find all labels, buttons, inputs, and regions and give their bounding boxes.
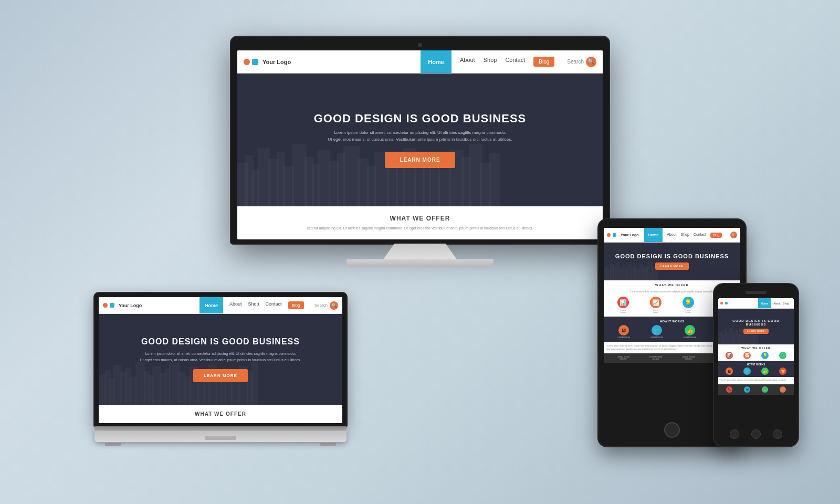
nav-blog-button[interactable]: Blog bbox=[533, 57, 554, 67]
laptop-nav-contact[interactable]: Contact bbox=[266, 301, 282, 309]
tablet-home-button[interactable] bbox=[664, 422, 680, 438]
nav-home-link[interactable]: Home bbox=[421, 50, 452, 73]
svg-rect-62 bbox=[620, 268, 623, 280]
tablet-logo: Your Logo bbox=[607, 233, 644, 237]
desktop-logo: Your Logo bbox=[244, 59, 421, 65]
phone-feat-icon-4: 🔧 bbox=[779, 352, 786, 359]
laptop-foot-right bbox=[320, 443, 336, 446]
phone-hero-btn[interactable]: LEARN MORE bbox=[743, 329, 769, 334]
tablet-feature-label-2: LoremIpsum bbox=[650, 309, 662, 313]
phone-feat-icon-1: 📊 bbox=[726, 352, 733, 359]
laptop-logo-square bbox=[110, 303, 114, 308]
svg-rect-73 bbox=[652, 267, 655, 280]
laptop-hero-btn[interactable]: LEARN MORE bbox=[193, 369, 248, 382]
nav-links: About Shop Contact Blog bbox=[452, 57, 563, 67]
tablet-nav-contact[interactable]: Contact bbox=[694, 233, 706, 238]
tablet-feature-3: 💡 LoremIpsum bbox=[682, 297, 694, 313]
tablet-feature-icon-3: 💡 bbox=[682, 297, 694, 308]
desktop-website: Your Logo Home About Shop Contact Blog S… bbox=[237, 50, 603, 239]
tablet-how-label-2: LOREM IPSUM bbox=[650, 337, 663, 339]
tablet-hero-title: GOOD DESIGN IS GOOD BUSINESS bbox=[615, 253, 729, 260]
svg-rect-13 bbox=[343, 146, 360, 206]
phone-outer: Home About Shop bbox=[714, 284, 798, 446]
phone-how-title: HOW IT WORKS bbox=[720, 363, 792, 366]
tablet-footer-1: LOREM IPSUM555-000 bbox=[617, 356, 630, 360]
laptop-nav-blog[interactable]: Blog bbox=[288, 301, 304, 309]
tablet-logo-text: Your Logo bbox=[621, 233, 638, 237]
phone-how-items: 🖥 🛒 👍 ⭐ bbox=[720, 368, 792, 375]
desktop-base bbox=[346, 259, 494, 267]
nav-contact-link[interactable]: Contact bbox=[505, 57, 525, 67]
svg-rect-3 bbox=[257, 148, 270, 206]
svg-rect-81 bbox=[732, 333, 735, 345]
svg-rect-75 bbox=[718, 333, 721, 345]
tablet-feature-1: 📊 LoremIpsum bbox=[617, 297, 629, 313]
phone-website: Home About Shop bbox=[718, 298, 794, 395]
phone-how-icon-2: 🛒 bbox=[743, 368, 751, 375]
hero-subtitle: Lorem ipsum dolor sit amet, consectetur … bbox=[328, 130, 512, 143]
phone-hero: GOOD DESIGN IS GOOD BUSINESS LEARN MORE bbox=[718, 309, 794, 344]
desktop-stand bbox=[383, 244, 457, 259]
phone-back-button[interactable] bbox=[730, 429, 739, 439]
phone-footer-icon-1: 📞 bbox=[726, 386, 732, 393]
desktop-what-section: WHAT WE OFFER ectetur adipiscing elit. U… bbox=[237, 206, 603, 239]
phone-testimonial: "Lorem ipsum dolor sit amet consectetur … bbox=[718, 377, 794, 384]
desktop-device: Your Logo Home About Shop Contact Blog S… bbox=[231, 37, 609, 267]
phone-logo bbox=[720, 302, 758, 304]
laptop-search-icon[interactable]: 🔍 bbox=[330, 301, 338, 310]
phone-recent-button[interactable] bbox=[773, 429, 782, 439]
tablet-feature-2: 📈 LoremIpsum bbox=[650, 297, 662, 313]
phone-nav-shop[interactable]: Shop bbox=[783, 302, 789, 305]
search-icon[interactable]: 🔍 bbox=[586, 57, 596, 67]
tablet-nav: Your Logo Home About Shop Contact Blog 🔍 bbox=[604, 228, 740, 243]
laptop-hero: GOOD DESIGN IS GOOD BUSINESS Lorem ipsum… bbox=[99, 314, 342, 405]
svg-rect-69 bbox=[639, 264, 643, 280]
phone-footer: 📞 ✉ 📍 🔗 bbox=[718, 384, 794, 395]
nav-about-link[interactable]: About bbox=[460, 57, 475, 67]
tablet-how-icon-2: 🛒 bbox=[652, 325, 662, 335]
tablet-how-label-1: LOREM IPSUM bbox=[617, 337, 630, 339]
laptop-logo-text: Your Logo bbox=[119, 303, 142, 308]
phone-how: HOW IT WORKS 🖥 🛒 👍 ⭐ bbox=[718, 361, 794, 377]
svg-rect-70 bbox=[643, 268, 646, 280]
phone-nav-home[interactable]: Home bbox=[758, 298, 771, 308]
laptop-search-text[interactable]: Search bbox=[314, 303, 328, 308]
hero-cta-button[interactable]: LEARN MORE bbox=[385, 152, 455, 168]
tablet-nav-about[interactable]: About bbox=[667, 233, 676, 238]
phone-home-button[interactable] bbox=[751, 429, 761, 439]
tablet-footer-3: LOREM IPSUM555-000 bbox=[682, 356, 695, 360]
phone-home-area bbox=[718, 429, 794, 439]
laptop-nav-about[interactable]: About bbox=[229, 301, 242, 309]
tablet-nav-links: About Shop Contact Blog bbox=[663, 233, 726, 238]
phone-nav-about[interactable]: About bbox=[773, 302, 780, 305]
phone-device: Home About Shop bbox=[714, 284, 798, 446]
laptop-what: WHAT WE OFFER bbox=[99, 405, 342, 423]
phone-nav-links: About Shop bbox=[771, 302, 792, 305]
laptop-nav-shop[interactable]: Shop bbox=[248, 301, 259, 309]
phone-what: WHAT WE OFFER 📊 📈 💡 🔧 bbox=[718, 344, 794, 361]
desktop-nav: Your Logo Home About Shop Contact Blog S… bbox=[237, 50, 603, 74]
tablet-nav-blog[interactable]: Blog bbox=[710, 233, 722, 238]
nav-search-text[interactable]: Search bbox=[567, 59, 584, 65]
svg-rect-36 bbox=[135, 362, 145, 405]
laptop-nav-home[interactable]: Home bbox=[200, 297, 223, 313]
laptop-hinge bbox=[94, 426, 346, 430]
svg-rect-61 bbox=[616, 262, 620, 280]
phone-footer-icon-2: ✉ bbox=[744, 386, 750, 393]
laptop-website: Your Logo Home About Shop Contact Blog S… bbox=[99, 297, 342, 423]
laptop-nav-search: Search 🔍 bbox=[314, 301, 338, 310]
tablet-nav-home[interactable]: Home bbox=[644, 228, 663, 242]
tablet-nav-shop[interactable]: Shop bbox=[681, 233, 689, 238]
tablet-hero-btn[interactable]: LEARN MORE bbox=[655, 262, 689, 270]
tablet-how-icon-1: 🖥 bbox=[618, 325, 629, 335]
laptop-foot-left bbox=[105, 443, 121, 446]
phone-logo-square bbox=[725, 302, 728, 304]
svg-rect-80 bbox=[729, 328, 733, 344]
what-title: WHAT WE OFFER bbox=[246, 215, 594, 222]
laptop-nav: Your Logo Home About Shop Contact Blog S… bbox=[99, 297, 342, 314]
tablet-search-icon[interactable]: 🔍 bbox=[730, 232, 737, 238]
laptop-screen: Your Logo Home About Shop Contact Blog S… bbox=[99, 297, 342, 423]
phone-footer-icon-3: 📍 bbox=[762, 386, 768, 393]
nav-shop-link[interactable]: Shop bbox=[484, 57, 497, 67]
svg-rect-55 bbox=[251, 362, 258, 405]
